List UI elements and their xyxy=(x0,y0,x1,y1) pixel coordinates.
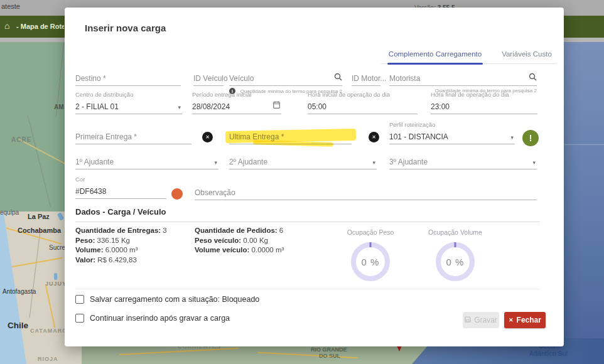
destino-label: Destino * xyxy=(75,74,106,83)
tab-variaveis-custo[interactable]: Variáveis Custo xyxy=(498,44,556,64)
id-motorista-field[interactable]: ID Motor... xyxy=(352,71,380,86)
checkbox-salvar-label: Salvar carregamento com a situação: Bloq… xyxy=(90,295,259,304)
clear-icon[interactable]: ✕ xyxy=(369,132,379,142)
checkbox-box[interactable] xyxy=(75,314,84,323)
dado-pedidos: Quantidade de Pedidos: 6 xyxy=(195,226,284,236)
hora-inicial-value: 05:00 xyxy=(308,102,326,111)
ocupacao-volume-value: 0 % xyxy=(446,257,465,267)
primeira-entrega-label: Primeira Entrega * xyxy=(75,132,137,141)
map-lake xyxy=(54,273,57,280)
navbar-title: - Mapa de Roteiriz xyxy=(16,23,64,30)
checkbox-continuar-label: Continuar inserindo após gravar a carga xyxy=(90,314,230,323)
search-icon[interactable] xyxy=(334,72,342,83)
map-road xyxy=(45,285,56,328)
window-title: ateste xyxy=(1,3,20,10)
map-label-chile: Chile xyxy=(8,321,28,330)
motorista-label: Motorista xyxy=(389,74,420,83)
active-tab-indicator xyxy=(387,63,483,65)
tab-complemento-carregamento[interactable]: Complemento Carregamento xyxy=(387,44,483,64)
dado-volume-veiculo: Volume veículo: 0.0000 m³ xyxy=(195,245,284,255)
centro-distribuicao-select[interactable]: Centro de distribuição 2 - FILIAL 01 ▾ xyxy=(75,99,182,114)
dado-peso-veiculo: Peso veículo: 0.00 Kg xyxy=(195,236,284,246)
gauge-ring: 0 % xyxy=(436,242,475,281)
centro-distribuicao-value: 2 - FILIAL 01 xyxy=(75,102,119,111)
inserir-nova-carga-modal: Inserir nova carga Complemento Carregame… xyxy=(65,8,564,346)
map-label-acre: ACRE xyxy=(11,136,31,143)
map-label-arequipa: equipa xyxy=(0,209,19,216)
gauge-ring: 0 % xyxy=(351,242,390,281)
id-motorista-label: ID Motor... xyxy=(352,74,386,83)
map-border-line xyxy=(29,230,40,318)
ocupacao-volume-label: Ocupação Volume xyxy=(424,228,487,236)
id-veiculo-label: ID Veículo xyxy=(193,74,228,83)
fechar-button[interactable]: ✕ Fechar xyxy=(504,312,546,328)
hora-inicial-label: Hora inicial de operação do dia xyxy=(308,91,390,98)
checkbox-salvar-bloqueado[interactable]: Salvar carregamento com a situação: Bloq… xyxy=(75,295,259,304)
cor-value: #DF6438 xyxy=(75,187,106,196)
map-label-cochabamba: Cochabamba xyxy=(18,227,61,234)
checkbox-continuar-inserindo[interactable]: Continuar inserindo após gravar a carga xyxy=(75,314,230,323)
dados-col1: Quantidade de Entregas: 3 Peso: 336.15 K… xyxy=(75,226,167,265)
periodo-entrega-inicial-field[interactable]: Período entrega inicial 28/08/2024 xyxy=(192,99,281,114)
close-icon: ✕ xyxy=(509,317,514,323)
veiculo-field[interactable]: Veículo xyxy=(229,71,342,86)
map-label-sucre: Sucre xyxy=(49,244,65,251)
modal-title: Inserir nova carga xyxy=(85,23,166,33)
map-atlantic-ocean xyxy=(564,42,604,364)
dado-volume: Volume: 6.0000 m³ xyxy=(75,245,167,255)
chevron-down-icon: ▾ xyxy=(532,159,536,166)
dado-entregas: Quantidade de Entregas: 3 xyxy=(75,226,167,236)
fechar-label: Fechar xyxy=(517,316,541,324)
destino-field[interactable]: Destino * xyxy=(75,71,181,86)
home-icon[interactable]: ⌂ xyxy=(4,21,9,30)
modal-tabs: Complemento Carregamento Variáveis Custo xyxy=(381,44,556,64)
alert-icon[interactable]: ! xyxy=(522,130,539,146)
periodo-entrega-inicial-value: 28/08/2024 xyxy=(192,102,230,111)
checkbox-box[interactable] xyxy=(75,295,84,304)
save-icon xyxy=(465,316,471,324)
motorista-field[interactable]: Motorista xyxy=(389,71,537,86)
hora-inicial-field[interactable]: Hora inicial de operação do dia 05:00 xyxy=(308,99,418,114)
hora-final-value: 23:00 xyxy=(431,102,450,111)
chevron-down-icon: ▾ xyxy=(214,159,217,166)
clear-icon[interactable]: ✕ xyxy=(202,132,213,142)
ajudante3-select[interactable]: 3º Ajudante ▾ xyxy=(389,154,537,169)
hora-final-field[interactable]: Hora final de operação do dia 23:00 xyxy=(431,99,537,114)
veiculo-label: Veículo xyxy=(229,74,254,83)
dados-section-title: Dados - Carga / Veículo xyxy=(75,207,540,222)
periodo-entrega-inicial-label: Período entrega inicial xyxy=(192,91,252,98)
screen: ateste Versão: 3.55.5 ⌂ - Mapa de Roteir… xyxy=(0,0,604,364)
map-label-antofagasta: Antofagasta xyxy=(3,288,36,295)
map-label-lapaz: La Paz xyxy=(28,213,50,220)
perfil-roteirizacao-value: 101 - DISTANCIA xyxy=(389,132,448,141)
ajudante3-label: 3º Ajudante xyxy=(389,158,428,166)
centro-distribuicao-label: Centro de distribuição xyxy=(75,91,133,98)
map-lake xyxy=(57,212,64,221)
search-icon[interactable] xyxy=(529,72,537,83)
map-label-riogrande: RIO GRANDE xyxy=(311,346,347,353)
section-divider xyxy=(75,289,540,289)
map-label-dosul: DO SUL xyxy=(319,353,340,359)
ajudante1-select[interactable]: 1º Ajudante ▾ xyxy=(75,154,218,169)
ajudante2-select[interactable]: 2º Ajudante ▾ xyxy=(229,154,377,169)
chevron-down-icon: ▾ xyxy=(510,134,514,141)
map-label-jujuy: JUJUY xyxy=(45,281,67,287)
chevron-down-icon: ▾ xyxy=(178,104,181,110)
primeira-entrega-field[interactable]: Primeira Entrega * xyxy=(75,129,191,144)
perfil-roteirizacao-select[interactable]: Perfil roteirização 101 - DISTANCIA ▾ xyxy=(389,129,515,144)
hora-final-label: Hora final de operação do dia xyxy=(431,91,509,98)
dado-valor: Valor: R$ 6.429,83 xyxy=(75,255,167,265)
ocupacao-peso-label: Ocupação Peso xyxy=(339,228,402,236)
calendar-icon[interactable] xyxy=(273,100,280,111)
perfil-roteirizacao-label: Perfil roteirização xyxy=(389,121,435,128)
cor-field[interactable]: Cor #DF6438 xyxy=(75,184,166,199)
map-graticule-line xyxy=(564,144,604,145)
ajudante1-label: 1º Ajudante xyxy=(75,158,114,166)
color-swatch[interactable] xyxy=(171,188,183,200)
chevron-down-icon: ▾ xyxy=(372,159,375,166)
observacao-field[interactable]: Observação xyxy=(195,185,537,200)
observacao-label: Observação xyxy=(195,188,235,197)
id-veiculo-field[interactable]: ID Veículo xyxy=(193,71,224,86)
ocupacao-peso-value: 0 % xyxy=(362,257,380,267)
gravar-button[interactable]: Gravar xyxy=(463,312,499,328)
